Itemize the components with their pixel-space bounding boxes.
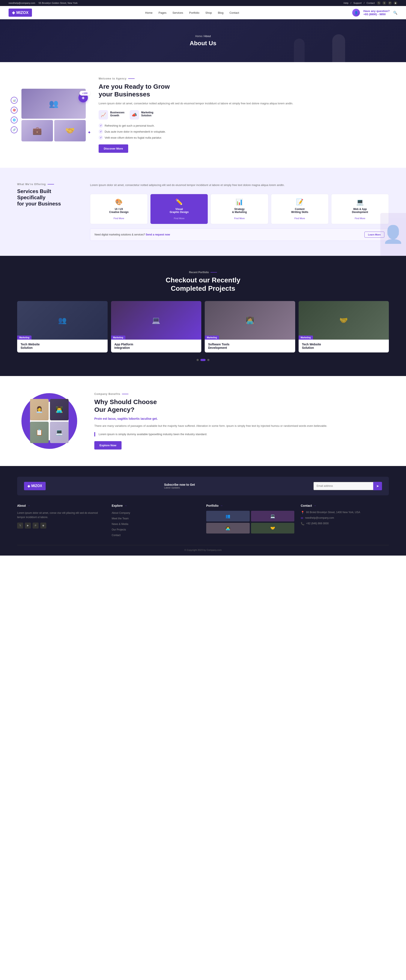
chart-icon: 📊: [11, 97, 18, 104]
about-img-secondary-1: 💼: [21, 120, 53, 142]
portfolio-card-4[interactable]: 🤝 Marketing Tech WebsiteSolution: [299, 301, 389, 352]
services-banner: Need digital marketing solutions & servi…: [90, 228, 389, 241]
search-button[interactable]: 🔍: [393, 11, 397, 15]
web-find-more[interactable]: Find More: [334, 217, 385, 220]
visual-find-more[interactable]: Find More: [153, 217, 205, 220]
explore-now-button[interactable]: Explore Now: [94, 441, 121, 450]
discover-more-button[interactable]: Discover More: [99, 145, 128, 153]
footer-address-text: 66 Brokd Brooklyn Street, 1400 New York,…: [306, 511, 360, 514]
portfolio-card-1[interactable]: 👥 Marketing Tech WebsiteSolution: [17, 301, 108, 352]
content-icon: 📝: [274, 199, 325, 205]
growth-icon: 📈: [99, 110, 108, 119]
dot-2[interactable]: [201, 359, 205, 361]
about-description: Lorem ipsum dolor sit amet, consectetur …: [99, 101, 389, 106]
top-bar: needhelp@company.com 55 Brooklyn Golden …: [0, 0, 406, 6]
portfolio-info-4: Tech WebsiteSolution: [299, 340, 389, 352]
footer-email-input[interactable]: [314, 482, 373, 490]
check-item-3: Velit esse cillum dolore eu fugiat nulla…: [99, 135, 389, 140]
benefit-1: 📈 BusinessesGrowth: [99, 110, 124, 119]
nav-services[interactable]: Services: [172, 11, 183, 14]
portfolio-img-1: 👥 Marketing: [17, 301, 108, 340]
pinterest-icon[interactable]: P: [388, 1, 392, 5]
check-list: Refreshing to get such a personal touch.…: [99, 123, 389, 140]
footer-explore-title: Explore: [112, 504, 200, 508]
top-bar-left: needhelp@company.com 55 Brooklyn Golden …: [9, 2, 78, 4]
nav-blog[interactable]: Blog: [218, 11, 223, 14]
footer-thumb-2: 💻: [251, 511, 295, 522]
service-card-ui[interactable]: 🎨 UI / UXCreative Design Find More: [90, 194, 148, 224]
footer-pinterest-icon[interactable]: P: [33, 523, 38, 528]
footer-email: ✉ needhelp@company.com: [301, 516, 389, 520]
services-right: Lorem ipsum dolor sit amet, consectetur …: [90, 183, 389, 241]
nav-phone-label: Have any question?: [363, 10, 390, 13]
content-title: ContentWritting Skills: [274, 208, 325, 213]
navbar: ◈ MIZOX Home Pages Services Portfolio Sh…: [0, 6, 406, 19]
benefit-1-label: BusinessesGrowth: [110, 111, 124, 117]
twitter-icon[interactable]: 𝕏: [377, 1, 381, 5]
footer-link-meet-team[interactable]: Meet the Team: [112, 517, 129, 520]
services-grid: 🎨 UI / UXCreative Design Find More ✏️ Vi…: [90, 194, 389, 224]
portfolio-title-1: Tech WebsiteSolution: [21, 343, 104, 350]
instagram-icon[interactable]: ◉: [393, 1, 397, 5]
nav-shop[interactable]: Shop: [205, 11, 212, 14]
globe-icon: 🌐: [11, 116, 18, 123]
nav-contact[interactable]: Contact: [229, 11, 239, 14]
why-images: 👩‍💼 👨‍💻 📋 💻: [17, 391, 81, 451]
strategy-find-more[interactable]: Find More: [214, 217, 265, 220]
top-bar-contact[interactable]: Contact: [366, 2, 375, 4]
footer-link-projects[interactable]: Our Projects: [112, 528, 126, 531]
services-description: Lorem ipsum dolor sit amet, consectetur …: [90, 183, 389, 188]
footer-link-news[interactable]: News & Media: [112, 523, 128, 525]
footer-youtube-icon[interactable]: ▶: [25, 523, 31, 528]
footer-submit-button[interactable]: ➤: [373, 482, 382, 490]
footer-instagram-icon[interactable]: ◉: [40, 523, 46, 528]
portfolio-card-3[interactable]: 👩‍💻 Marketing Software ToolsDevelopment: [205, 301, 295, 352]
why-tag: Company Benefits: [94, 393, 389, 396]
service-card-strategy[interactable]: 📊 Strategy& Marketing Find More: [210, 194, 268, 224]
ui-title: UI / UXCreative Design: [93, 208, 145, 213]
about-img-grid: 👥 💼 🤝: [21, 89, 86, 142]
breadcrumb-home[interactable]: Home: [195, 35, 202, 38]
footer-link-contact[interactable]: Contact: [112, 534, 121, 537]
nav-portfolio[interactable]: Portfolio: [189, 11, 199, 14]
content-find-more[interactable]: Find More: [274, 217, 325, 220]
email-icon: ✉: [301, 516, 303, 520]
strategy-title: Strategy& Marketing: [214, 208, 265, 213]
banner-link[interactable]: Send a request now: [146, 233, 170, 236]
footer-contact-title: Contact: [301, 504, 389, 508]
dot-1[interactable]: [197, 359, 199, 361]
portfolio-title-2: App PlatformIntegration: [115, 343, 198, 350]
person-silhouette: 👤: [380, 213, 406, 256]
visual-title: VisualGraphic Design: [153, 208, 205, 213]
service-card-visual[interactable]: ✏️ VisualGraphic Design Find More: [150, 194, 208, 224]
footer-social-icons: 𝕏 ▶ P ◉: [17, 523, 105, 528]
nav-pages[interactable]: Pages: [159, 11, 167, 14]
about-text: Welcome to Agency Are you Ready to Grow …: [99, 77, 389, 153]
top-bar-email: needhelp@company.com: [9, 2, 35, 4]
portfolio-info-2: App PlatformIntegration: [111, 340, 202, 352]
top-bar-support[interactable]: Support: [353, 2, 361, 4]
top-bar-help[interactable]: Help: [344, 2, 349, 4]
nav-right: 👤 Have any question? +93 (8800) - 9850 🔍: [352, 9, 397, 16]
why-img-3: 📋: [30, 422, 49, 443]
avatar: 👤: [352, 9, 360, 16]
dot-3[interactable]: [207, 359, 209, 361]
footer-link-about-company[interactable]: About Company: [112, 511, 130, 514]
services-left: What We're Offering Services Built Speci…: [17, 183, 77, 210]
portfolio-badge-1: Marketing: [17, 336, 32, 340]
footer-twitter-icon[interactable]: 𝕏: [17, 523, 23, 528]
nav-home[interactable]: Home: [145, 11, 153, 14]
footer-email-text: needhelp@company.com: [305, 516, 334, 520]
portfolio-img-2: 💻 Marketing: [111, 301, 202, 340]
ui-find-more[interactable]: Find More: [93, 217, 145, 220]
benefit-icons: 📈 BusinessesGrowth 📣 MarketingSolution: [99, 110, 389, 119]
behance-icon[interactable]: b: [382, 1, 386, 5]
check-item-1: Refreshing to get such a personal touch.: [99, 123, 389, 128]
about-float-icons: 📊 🎯 🌐 🔗: [11, 97, 18, 133]
footer-thumb-4: 🤝: [251, 523, 295, 533]
why-img-grid: 👩‍💼 👨‍💻 📋 💻: [26, 395, 73, 447]
portfolio-card-2[interactable]: 💻 Marketing App PlatformIntegration: [111, 301, 202, 352]
service-card-content[interactable]: 📝 ContentWritting Skills Find More: [271, 194, 329, 224]
about-heading: Are you Ready to Grow your Businesses: [99, 83, 389, 98]
logo[interactable]: ◈ MIZOX: [9, 9, 32, 17]
